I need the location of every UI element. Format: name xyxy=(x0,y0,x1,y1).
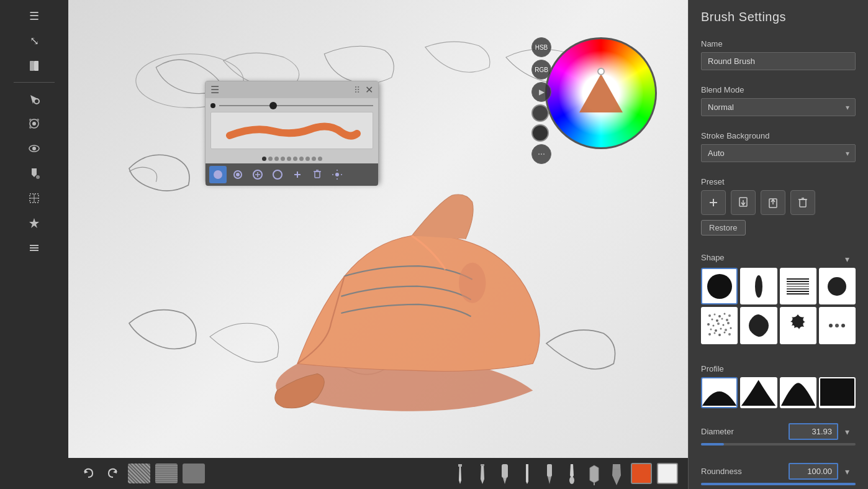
profile-2[interactable] xyxy=(740,377,777,408)
brush-marker[interactable] xyxy=(495,462,514,485)
blend-mode-select[interactable]: Normal Multiply Screen Overlay xyxy=(701,98,856,116)
menu-icon[interactable]: ☰ xyxy=(23,5,45,27)
canvas-content[interactable]: HSB RGB ▶ ⋯ ☰ ⠿ ✕ xyxy=(68,0,688,458)
brush-watercolor[interactable] xyxy=(607,462,626,485)
shape-splash[interactable] xyxy=(780,307,816,344)
roundness-slider-track[interactable] xyxy=(701,483,856,485)
texture-1[interactable] xyxy=(128,464,150,483)
svg-point-77 xyxy=(715,329,717,332)
diameter-slider-track[interactable] xyxy=(701,443,856,446)
brush-tool-current[interactable] xyxy=(209,166,227,183)
play-btn[interactable]: ▶ xyxy=(531,82,551,102)
diameter-collapse-btn[interactable]: ▾ xyxy=(838,423,856,441)
dot-5[interactable] xyxy=(287,157,291,161)
preset-add-btn[interactable] xyxy=(701,190,726,215)
brush-airbrush[interactable] xyxy=(585,462,604,485)
profile-1[interactable] xyxy=(701,377,738,408)
shape-circle-filled[interactable] xyxy=(701,268,738,304)
dot-4[interactable] xyxy=(281,157,285,161)
dot-7[interactable] xyxy=(299,157,304,161)
svg-point-72 xyxy=(712,324,714,326)
stroke-bg-section: Stroke Background Auto None White Black … xyxy=(689,124,868,170)
brush-tool-2[interactable] xyxy=(229,166,246,183)
preset-import-btn[interactable] xyxy=(731,190,756,215)
preset-export-btn[interactable] xyxy=(761,190,785,215)
shape-circle-solid[interactable] xyxy=(819,268,856,304)
svg-point-86 xyxy=(829,324,833,327)
shape-feather[interactable] xyxy=(740,268,777,304)
svg-point-11 xyxy=(36,175,40,179)
color-btn3[interactable]: ⋯ xyxy=(531,144,551,164)
dot-3[interactable] xyxy=(274,157,279,161)
shape-dots[interactable] xyxy=(819,307,856,344)
diameter-input[interactable] xyxy=(789,423,838,440)
book-icon[interactable] xyxy=(23,55,45,77)
brush-settings-btn[interactable] xyxy=(328,166,346,183)
brush-delete-btn[interactable] xyxy=(309,166,326,183)
shape-texture-1[interactable] xyxy=(701,307,738,344)
brush-popup-handle[interactable]: ⠿ xyxy=(354,85,360,95)
svg-rect-37 xyxy=(481,464,484,466)
texture-3[interactable] xyxy=(183,464,205,483)
brush-stroke-preview[interactable] xyxy=(210,112,373,149)
svg-point-21 xyxy=(214,170,222,179)
shape-blob[interactable] xyxy=(740,307,777,344)
brush-size-slider[interactable] xyxy=(210,103,373,108)
profile-4[interactable] xyxy=(819,377,856,408)
name-input[interactable] xyxy=(701,52,856,70)
shape-brush-strokes[interactable] xyxy=(780,268,816,304)
profile-3[interactable] xyxy=(780,377,816,408)
shape-dot-big-icon xyxy=(707,274,732,299)
select-move-icon[interactable] xyxy=(23,88,45,110)
dot-9[interactable] xyxy=(312,157,316,161)
crop-icon[interactable] xyxy=(23,187,45,209)
roundness-collapse-btn[interactable]: ▾ xyxy=(838,463,856,480)
preset-delete-btn[interactable] xyxy=(790,190,815,215)
color-swatch-primary[interactable] xyxy=(631,463,652,484)
size-slider-track[interactable] xyxy=(219,105,373,106)
color-btn2[interactable] xyxy=(531,124,549,142)
eye-icon[interactable] xyxy=(23,137,45,160)
redo-button[interactable] xyxy=(103,464,123,483)
svg-point-63 xyxy=(713,313,715,315)
paint-bucket-icon[interactable] xyxy=(23,162,45,185)
brush-pencil-1[interactable] xyxy=(451,462,469,485)
diameter-slider-fill xyxy=(701,443,724,446)
stroke-bg-select[interactable]: Auto None White Black xyxy=(701,144,856,162)
rgb-mode-btn[interactable]: RGB xyxy=(531,60,551,80)
restore-button[interactable]: Restore xyxy=(701,220,746,235)
svg-rect-0 xyxy=(30,61,34,71)
dot-8[interactable] xyxy=(305,157,310,161)
layers-icon[interactable] xyxy=(23,237,45,259)
brush-popup-toolbar xyxy=(206,163,378,186)
brush-fineliner[interactable] xyxy=(518,462,536,485)
brush-brush[interactable] xyxy=(540,462,559,485)
collapse-icon[interactable]: ⤡ xyxy=(23,30,45,52)
svg-point-65 xyxy=(723,313,725,314)
brush-tool-4[interactable] xyxy=(269,166,286,183)
brush-tool-3[interactable] xyxy=(249,166,266,183)
dot-10[interactable] xyxy=(318,157,322,161)
brush-ink[interactable] xyxy=(563,462,581,485)
color-btn1[interactable] xyxy=(531,104,549,122)
brush-popup-close[interactable]: ✕ xyxy=(365,84,373,96)
shape-collapse-btn[interactable]: ▾ xyxy=(838,250,856,268)
brush-pencil-2[interactable] xyxy=(473,462,492,485)
hsb-mode-btn[interactable]: HSB xyxy=(531,37,551,57)
texture-2[interactable] xyxy=(155,464,178,483)
brush-add-btn[interactable] xyxy=(289,166,306,183)
size-slider-thumb[interactable] xyxy=(269,102,277,109)
transform-icon[interactable] xyxy=(23,112,45,135)
roundness-input[interactable] xyxy=(789,463,838,480)
color-swatch-secondary[interactable] xyxy=(657,463,678,484)
color-wheel[interactable] xyxy=(545,37,657,149)
svg-point-76 xyxy=(710,328,712,330)
brush-tools-bar xyxy=(451,462,626,485)
dot-2[interactable] xyxy=(268,157,273,161)
svg-point-40 xyxy=(569,477,574,484)
dot-6[interactable] xyxy=(293,157,297,161)
effects-icon[interactable] xyxy=(23,212,45,234)
brush-popup-menu[interactable]: ☰ xyxy=(210,84,219,96)
undo-button[interactable] xyxy=(78,464,98,483)
dot-1[interactable] xyxy=(262,157,266,161)
